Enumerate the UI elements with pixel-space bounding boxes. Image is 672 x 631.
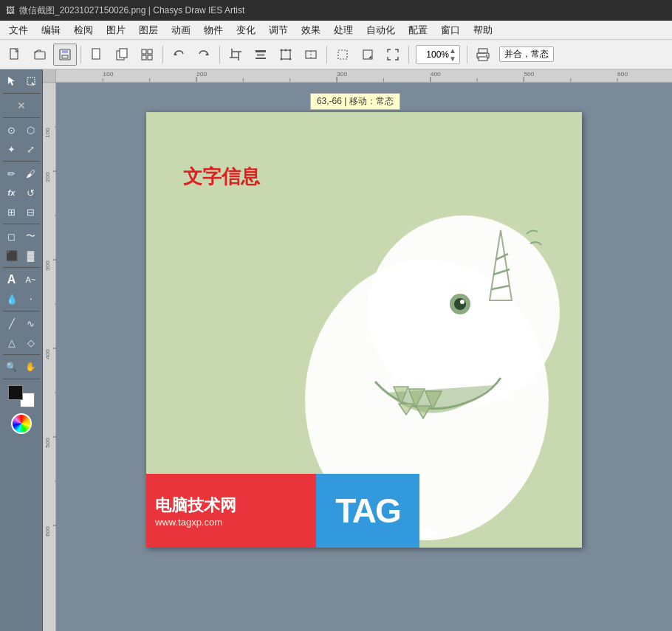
text-path-tool[interactable]: A~ [22,271,40,289]
clone-tool[interactable]: ⊟ [22,203,40,221]
toolbar-sep-1 [80,46,81,63]
crop-button[interactable] [224,44,247,66]
grid-button[interactable] [135,44,159,66]
hand-tool[interactable]: ✋ [22,358,40,376]
svg-rect-1 [35,52,45,59]
svg-rect-7 [120,49,127,58]
svg-point-24 [281,58,283,60]
tool-row-10: A A~ [3,271,40,289]
menu-file[interactable]: 文件 [3,22,34,38]
toolbar: ▲▼ 并合，常态 [0,40,672,69]
color-palette[interactable] [11,413,32,434]
select-tool[interactable] [22,72,40,90]
smudge-tool[interactable]: 〜 [22,227,40,245]
menu-help[interactable]: 帮助 [467,22,498,38]
svg-point-83 [460,300,464,304]
brush-tool[interactable]: 🖌 [22,165,40,182]
merge-mode[interactable]: 并合，常态 [499,46,554,62]
watermark-url: www.tagxp.com [155,517,307,528]
toolbar-sep-5 [408,46,409,63]
undo-button[interactable] [167,44,191,66]
svg-marker-36 [8,77,15,86]
svg-text:600: 600 [44,526,51,537]
svg-rect-5 [92,49,100,59]
close-icon[interactable]: ✕ [13,97,30,114]
fx-tool[interactable]: fx [3,184,21,201]
menu-effect[interactable]: 效果 [295,22,326,38]
svg-text:500: 500 [524,71,535,77]
new-button[interactable] [3,44,27,66]
tool-row-6: fx ↺ [3,184,40,201]
tool-sep-4 [3,267,40,268]
title-bar: 🖼 微信截图_20231027150026.png | Chasys Draw … [0,0,672,21]
menu-process[interactable]: 处理 [328,22,359,38]
magic-wand-tool[interactable]: ✦ [3,140,21,158]
zoom-input[interactable] [419,49,449,60]
menu-window[interactable]: 窗口 [435,22,466,38]
zoom-control[interactable]: ▲▼ [416,45,460,64]
menu-transform[interactable]: 变化 [230,22,261,38]
pencil-tool[interactable]: ✏ [3,165,21,182]
eyedrop-tool[interactable]: 💧 [3,290,21,308]
fg-color-swatch[interactable] [8,385,23,400]
pointer-tool[interactable] [3,72,21,90]
main-area: ✕ ⊙ ⬡ ✦ ⤢ ✏ 🖌 fx ↺ ⊞ ⊟ ◻ 〜 ⬛ [0,69,672,631]
svg-rect-10 [142,55,146,60]
open-button[interactable] [28,44,52,66]
shape2-tool[interactable]: ◇ [22,334,40,351]
canvas-image[interactable]: 文字信息 [146,112,582,548]
align-button[interactable] [249,44,272,66]
new-file-button[interactable] [85,44,109,66]
svg-rect-11 [148,55,152,60]
coords-tooltip: 63,-66 | 移动：常态 [310,93,400,110]
rect-select-button[interactable] [331,44,354,66]
svg-rect-19 [257,54,264,56]
curve-tool[interactable]: ∿ [22,314,40,332]
fullscreen-button[interactable] [381,44,405,66]
menu-layer[interactable]: 图层 [133,22,164,38]
menu-edit[interactable]: 编辑 [35,22,66,38]
svg-text:200: 200 [44,172,51,182]
svg-text:500: 500 [44,438,51,448]
toolbar-sep-3 [219,46,220,63]
menu-configure[interactable]: 配置 [402,22,433,38]
gradient-tool[interactable]: ▓ [22,246,40,264]
tool-row-13: △ ◇ [3,334,40,351]
menu-animation[interactable]: 动画 [165,22,196,38]
transform-tool[interactable]: ⤢ [22,140,40,158]
stamp-tool[interactable]: ⊞ [3,203,21,221]
menu-object[interactable]: 物件 [198,22,229,38]
svg-text:300: 300 [44,261,51,271]
svg-text:300: 300 [337,71,348,77]
menu-adjust[interactable]: 调节 [263,22,294,38]
history-tool[interactable]: ↺ [22,184,40,201]
svg-point-26 [285,49,287,51]
menu-view[interactable]: 检阅 [68,22,99,38]
shape-tool[interactable]: △ [3,334,21,351]
svg-rect-4 [62,55,68,58]
duplicate-button[interactable] [110,44,134,66]
select2-button[interactable] [356,44,380,66]
save-button[interactable] [53,44,77,66]
measure-tool[interactable]: ⬝ [22,290,40,308]
toolbox: ✕ ⊙ ⬡ ✦ ⤢ ✏ 🖌 fx ↺ ⊞ ⊟ ◻ 〜 ⬛ [0,69,43,631]
line-tool[interactable]: ╱ [3,314,21,332]
tool-sep-0 [3,93,40,94]
transform-button[interactable] [274,44,298,66]
polygon-tool[interactable]: ⬡ [22,121,40,139]
menu-automate[interactable]: 自动化 [360,22,401,38]
print-button[interactable] [471,44,495,66]
menu-image[interactable]: 图片 [100,22,131,38]
watermark-site-name: 电脑技术网 [155,494,307,517]
lasso-tool[interactable]: ⊙ [3,121,21,139]
resize-button[interactable] [299,44,323,66]
redo-button[interactable] [192,44,216,66]
zoom-in-tool[interactable]: 🔍 [3,358,21,376]
svg-rect-3 [62,49,68,53]
fill-tool[interactable]: ⬛ [3,246,21,264]
eraser-tool[interactable]: ◻ [3,227,21,245]
ruler-corner [43,69,56,83]
svg-rect-34 [479,57,487,61]
canvas-text-element[interactable]: 文字信息 [183,164,260,190]
text-tool[interactable]: A [3,271,21,289]
